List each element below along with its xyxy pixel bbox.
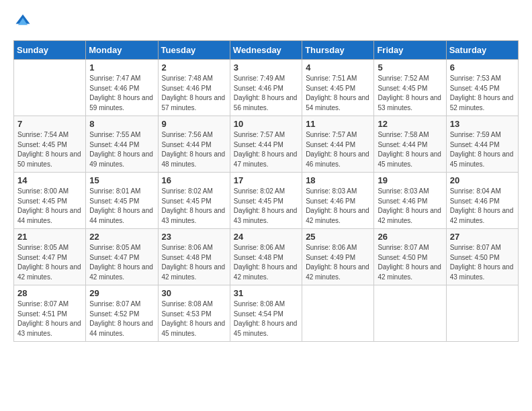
weekday-header-thursday: Thursday — [302, 41, 374, 60]
calendar-cell — [302, 285, 374, 342]
calendar-cell: 26Sunrise: 8:07 AMSunset: 4:50 PMDayligh… — [374, 229, 446, 285]
cell-info: Sunrise: 8:07 AMSunset: 4:52 PMDaylight:… — [89, 300, 154, 338]
page: SundayMondayTuesdayWednesdayThursdayFrid… — [0, 0, 532, 411]
calendar-cell: 27Sunrise: 8:07 AMSunset: 4:50 PMDayligh… — [446, 229, 518, 285]
weekday-header-monday: Monday — [86, 41, 158, 60]
day-number: 29 — [89, 288, 154, 298]
calendar-cell: 14Sunrise: 8:00 AMSunset: 4:45 PMDayligh… — [14, 173, 86, 229]
day-number: 27 — [450, 232, 515, 242]
day-number: 9 — [162, 119, 226, 129]
cell-info: Sunrise: 7:56 AMSunset: 4:44 PMDaylight:… — [162, 130, 226, 169]
calendar-cell: 24Sunrise: 8:06 AMSunset: 4:48 PMDayligh… — [230, 229, 302, 285]
cell-info: Sunrise: 8:08 AMSunset: 4:53 PMDaylight:… — [162, 300, 226, 338]
day-number: 22 — [89, 232, 154, 242]
calendar-cell: 15Sunrise: 8:01 AMSunset: 4:45 PMDayligh… — [86, 173, 158, 229]
day-number: 19 — [378, 175, 442, 185]
calendar-cell: 2Sunrise: 7:48 AMSunset: 4:46 PMDaylight… — [158, 60, 230, 116]
cell-info: Sunrise: 7:55 AMSunset: 4:44 PMDaylight:… — [89, 130, 154, 169]
day-number: 5 — [378, 62, 442, 73]
calendar-cell: 11Sunrise: 7:57 AMSunset: 4:44 PMDayligh… — [302, 116, 374, 173]
day-number: 21 — [17, 232, 82, 242]
week-row-2: 14Sunrise: 8:00 AMSunset: 4:45 PMDayligh… — [14, 173, 519, 229]
cell-info: Sunrise: 7:48 AMSunset: 4:46 PMDaylight:… — [162, 74, 226, 113]
week-row-1: 7Sunrise: 7:54 AMSunset: 4:45 PMDaylight… — [14, 116, 519, 173]
cell-info: Sunrise: 8:03 AMSunset: 4:46 PMDaylight:… — [306, 187, 370, 226]
weekday-header-wednesday: Wednesday — [230, 41, 302, 60]
cell-info: Sunrise: 8:06 AMSunset: 4:48 PMDaylight:… — [234, 243, 298, 282]
day-number: 17 — [234, 175, 298, 185]
cell-info: Sunrise: 7:54 AMSunset: 4:45 PMDaylight:… — [17, 130, 82, 169]
calendar-cell: 9Sunrise: 7:56 AMSunset: 4:44 PMDaylight… — [158, 116, 230, 173]
calendar-cell: 8Sunrise: 7:55 AMSunset: 4:44 PMDaylight… — [86, 116, 158, 173]
cell-info: Sunrise: 8:07 AMSunset: 4:50 PMDaylight:… — [378, 243, 442, 282]
weekday-header-row: SundayMondayTuesdayWednesdayThursdayFrid… — [14, 41, 519, 60]
calendar-cell: 31Sunrise: 8:08 AMSunset: 4:54 PMDayligh… — [230, 285, 302, 342]
day-number: 24 — [234, 232, 298, 242]
day-number: 14 — [17, 175, 82, 185]
cell-info: Sunrise: 8:08 AMSunset: 4:54 PMDaylight:… — [234, 300, 298, 338]
cell-info: Sunrise: 7:57 AMSunset: 4:44 PMDaylight:… — [306, 130, 370, 169]
day-number: 31 — [234, 288, 298, 298]
day-number: 10 — [234, 119, 298, 129]
calendar-cell — [446, 285, 518, 342]
day-number: 18 — [306, 175, 370, 185]
cell-info: Sunrise: 7:53 AMSunset: 4:45 PMDaylight:… — [450, 74, 515, 113]
weekday-header-saturday: Saturday — [446, 41, 518, 60]
cell-info: Sunrise: 8:07 AMSunset: 4:50 PMDaylight:… — [450, 243, 515, 282]
day-number: 30 — [162, 288, 226, 298]
calendar-cell: 4Sunrise: 7:51 AMSunset: 4:45 PMDaylight… — [302, 60, 374, 116]
calendar-cell: 17Sunrise: 8:02 AMSunset: 4:45 PMDayligh… — [230, 173, 302, 229]
calendar-cell: 12Sunrise: 7:58 AMSunset: 4:44 PMDayligh… — [374, 116, 446, 173]
calendar-cell: 16Sunrise: 8:02 AMSunset: 4:45 PMDayligh… — [158, 173, 230, 229]
calendar-cell: 1Sunrise: 7:47 AMSunset: 4:46 PMDaylight… — [86, 60, 158, 116]
week-row-4: 28Sunrise: 8:07 AMSunset: 4:51 PMDayligh… — [14, 285, 519, 342]
day-number: 28 — [17, 288, 82, 298]
calendar-cell: 29Sunrise: 8:07 AMSunset: 4:52 PMDayligh… — [86, 285, 158, 342]
calendar-cell: 25Sunrise: 8:06 AMSunset: 4:49 PMDayligh… — [302, 229, 374, 285]
weekday-header-friday: Friday — [374, 41, 446, 60]
weekday-header-tuesday: Tuesday — [158, 41, 230, 60]
cell-info: Sunrise: 8:02 AMSunset: 4:45 PMDaylight:… — [234, 187, 298, 226]
weekday-header-sunday: Sunday — [14, 41, 86, 60]
cell-info: Sunrise: 7:47 AMSunset: 4:46 PMDaylight:… — [89, 74, 154, 113]
calendar-cell — [14, 60, 86, 116]
day-number: 23 — [162, 232, 226, 242]
calendar-cell: 7Sunrise: 7:54 AMSunset: 4:45 PMDaylight… — [14, 116, 86, 173]
day-number: 11 — [306, 119, 370, 129]
day-number: 15 — [89, 175, 154, 185]
cell-info: Sunrise: 7:49 AMSunset: 4:46 PMDaylight:… — [234, 74, 298, 113]
cell-info: Sunrise: 8:02 AMSunset: 4:45 PMDaylight:… — [162, 187, 226, 226]
cell-info: Sunrise: 7:57 AMSunset: 4:44 PMDaylight:… — [234, 130, 298, 169]
calendar-cell: 23Sunrise: 8:06 AMSunset: 4:48 PMDayligh… — [158, 229, 230, 285]
week-row-0: 1Sunrise: 7:47 AMSunset: 4:46 PMDaylight… — [14, 60, 519, 116]
day-number: 7 — [17, 119, 82, 129]
calendar-cell — [374, 285, 446, 342]
calendar-cell: 10Sunrise: 7:57 AMSunset: 4:44 PMDayligh… — [230, 116, 302, 173]
calendar-cell: 21Sunrise: 8:05 AMSunset: 4:47 PMDayligh… — [14, 229, 86, 285]
day-number: 2 — [162, 62, 226, 73]
cell-info: Sunrise: 8:03 AMSunset: 4:46 PMDaylight:… — [378, 187, 442, 226]
day-number: 26 — [378, 232, 442, 242]
cell-info: Sunrise: 8:00 AMSunset: 4:45 PMDaylight:… — [17, 187, 82, 226]
calendar-cell: 13Sunrise: 7:59 AMSunset: 4:44 PMDayligh… — [446, 116, 518, 173]
cell-info: Sunrise: 7:59 AMSunset: 4:44 PMDaylight:… — [450, 130, 515, 169]
calendar-table: SundayMondayTuesdayWednesdayThursdayFrid… — [13, 40, 519, 342]
calendar-cell: 30Sunrise: 8:08 AMSunset: 4:53 PMDayligh… — [158, 285, 230, 342]
calendar-cell: 18Sunrise: 8:03 AMSunset: 4:46 PMDayligh… — [302, 173, 374, 229]
calendar-body: 1Sunrise: 7:47 AMSunset: 4:46 PMDaylight… — [14, 60, 519, 342]
cell-info: Sunrise: 8:06 AMSunset: 4:49 PMDaylight:… — [306, 243, 370, 282]
calendar-cell: 28Sunrise: 8:07 AMSunset: 4:51 PMDayligh… — [14, 285, 86, 342]
day-number: 1 — [89, 62, 154, 73]
day-number: 20 — [450, 175, 515, 185]
logo-icon — [13, 12, 32, 31]
day-number: 12 — [378, 119, 442, 129]
calendar-cell: 22Sunrise: 8:05 AMSunset: 4:47 PMDayligh… — [86, 229, 158, 285]
day-number: 4 — [306, 62, 370, 73]
day-number: 16 — [162, 175, 226, 185]
week-row-3: 21Sunrise: 8:05 AMSunset: 4:47 PMDayligh… — [14, 229, 519, 285]
cell-info: Sunrise: 7:51 AMSunset: 4:45 PMDaylight:… — [306, 74, 370, 113]
calendar-cell: 6Sunrise: 7:53 AMSunset: 4:45 PMDaylight… — [446, 60, 518, 116]
day-number: 13 — [450, 119, 515, 129]
cell-info: Sunrise: 8:01 AMSunset: 4:45 PMDaylight:… — [89, 187, 154, 226]
cell-info: Sunrise: 7:52 AMSunset: 4:45 PMDaylight:… — [378, 74, 442, 113]
